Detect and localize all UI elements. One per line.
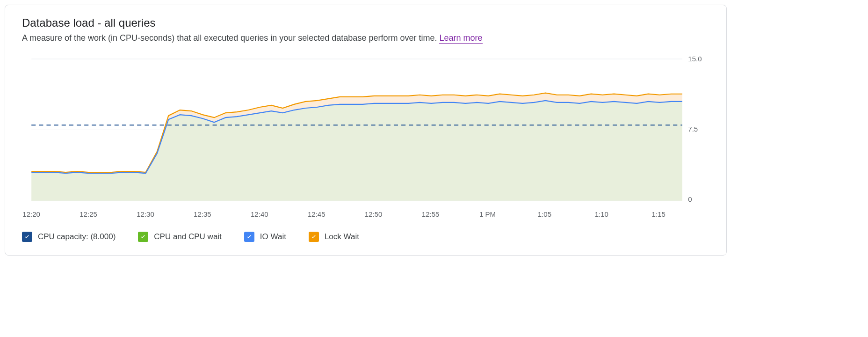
subtitle-text: A measure of the work (in CPU-seconds) t… bbox=[22, 33, 439, 43]
checkbox-icon bbox=[138, 232, 148, 242]
x-tick-label: 12:40 bbox=[251, 210, 268, 218]
panel-title: Database load - all queries bbox=[22, 16, 709, 29]
legend-io-wait[interactable]: IO Wait bbox=[244, 232, 286, 242]
legend-label: CPU capacity: (8.000) bbox=[38, 232, 116, 242]
y-axis: 07.515.0 bbox=[682, 54, 709, 204]
chart-legend: CPU capacity: (8.000) CPU and CPU wait I… bbox=[22, 232, 709, 242]
x-tick-label: 12:45 bbox=[308, 210, 326, 218]
y-tick-label: 7.5 bbox=[688, 125, 698, 133]
learn-more-link[interactable]: Learn more bbox=[439, 33, 482, 44]
x-tick-label: 12:30 bbox=[137, 210, 154, 218]
x-tick-label: 12:35 bbox=[194, 210, 211, 218]
y-tick-label: 15.0 bbox=[688, 55, 702, 63]
legend-cpu-wait[interactable]: CPU and CPU wait bbox=[138, 232, 222, 242]
database-load-card: Database load - all queries A measure of… bbox=[5, 5, 727, 256]
x-tick-label: 1 PM bbox=[479, 210, 496, 218]
legend-lock-wait[interactable]: Lock Wait bbox=[309, 232, 359, 242]
chart-area: 07.515.0 bbox=[22, 54, 709, 205]
legend-label: CPU and CPU wait bbox=[154, 232, 222, 242]
x-tick-label: 12:50 bbox=[365, 210, 383, 218]
legend-cpu-capacity[interactable]: CPU capacity: (8.000) bbox=[22, 232, 116, 242]
checkbox-icon bbox=[309, 232, 319, 242]
x-tick-label: 12:20 bbox=[22, 210, 40, 218]
database-load-chart[interactable] bbox=[22, 54, 682, 205]
x-tick-label: 12:55 bbox=[422, 210, 440, 218]
legend-label: IO Wait bbox=[260, 232, 286, 242]
x-tick-label: 1:05 bbox=[538, 210, 551, 218]
checkbox-icon bbox=[22, 232, 32, 242]
legend-label: Lock Wait bbox=[325, 232, 359, 242]
x-axis: 12:2012:2512:3012:3512:4012:4512:5012:55… bbox=[22, 210, 709, 220]
x-tick-label: 1:15 bbox=[652, 210, 665, 218]
checkbox-icon bbox=[244, 232, 254, 242]
panel-subtitle: A measure of the work (in CPU-seconds) t… bbox=[22, 33, 709, 43]
y-tick-label: 0 bbox=[688, 195, 692, 203]
x-tick-label: 12:25 bbox=[80, 210, 97, 218]
x-tick-label: 1:10 bbox=[595, 210, 608, 218]
